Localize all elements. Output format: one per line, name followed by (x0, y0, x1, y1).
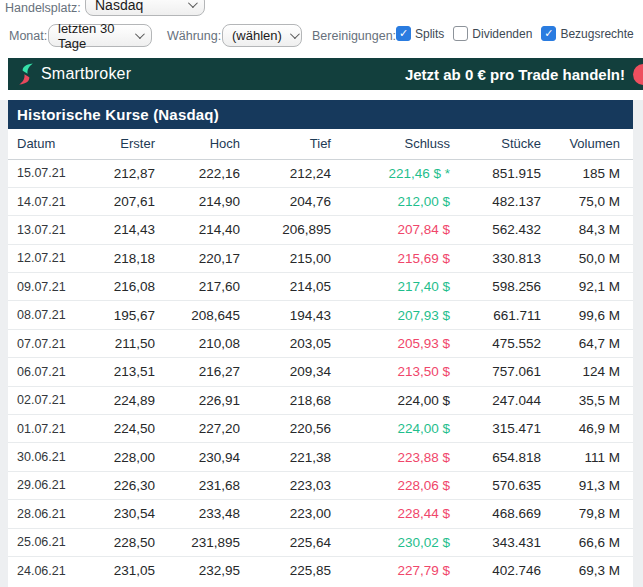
cell-schluss: 221,46 $ * (331, 159, 450, 187)
cell-erster: 216,08 (96, 273, 155, 301)
bereinigungen-checkboxes: SplitsDividendenBezugsrechte (396, 26, 634, 41)
cell-hoch: 208,645 (155, 301, 240, 329)
cell-stuecke: 247.044 (450, 386, 541, 414)
cell-tief: 225,85 (240, 556, 331, 584)
cell-schluss: 207,93 $ (331, 301, 450, 329)
cell-datum: 09.07.21 (8, 273, 96, 301)
cell-datum: 06.07.21 (8, 358, 96, 386)
cell-schluss: 224,00 $ (331, 386, 450, 414)
table-row: 01.07.21224,50227,20220,56224,00 $315.47… (8, 415, 633, 443)
cell-volumen: 46,9 M (541, 415, 633, 443)
table-row: 25.06.21228,50231,895225,64230,02 $343.4… (8, 528, 633, 556)
cell-datum: 08.07.21 (8, 301, 96, 329)
cell-hoch: 232,95 (155, 556, 240, 584)
chevron-down-icon (188, 0, 198, 8)
cell-erster: 224,50 (96, 415, 155, 443)
smartbroker-brand: Smartbroker (8, 63, 131, 85)
cell-erster: 230,54 (96, 500, 155, 528)
cell-datum: 24.06.21 (8, 556, 96, 584)
cell-hoch: 231,68 (155, 471, 240, 499)
cell-datum: 29.06.21 (8, 471, 96, 499)
cell-tief: 225,64 (240, 528, 331, 556)
page: { "filters": { "handelsplatz": {"label":… (0, 0, 643, 587)
brand-name: Smartbroker (41, 65, 131, 83)
monat-select-value: letzten 30 Tage (58, 21, 127, 51)
cell-hoch: 227,20 (155, 415, 240, 443)
monat-label: Monat: (9, 29, 47, 43)
cell-stuecke: 315.471 (450, 415, 541, 443)
handelsplatz-label: Handelsplatz: (5, 1, 81, 15)
cell-schluss: 228,44 $ (331, 500, 450, 528)
table-row: 13.07.21214,43214,40206,895207,84 $562.4… (8, 216, 633, 244)
cell-hoch: 220,17 (155, 244, 240, 272)
cell-stuecke: 661.711 (450, 301, 541, 329)
cell-schluss: 227,79 $ (331, 556, 450, 584)
cell-volumen: 185 M (541, 159, 633, 187)
cell-stuecke: 468.669 (450, 500, 541, 528)
column-header-hoch: Hoch (155, 129, 240, 159)
cell-hoch: 222,16 (155, 159, 240, 187)
cell-erster: 207,61 (96, 187, 155, 215)
cell-erster: 195,67 (96, 301, 155, 329)
cell-volumen: 84,3 M (541, 216, 633, 244)
cell-volumen: 111 M (541, 443, 633, 471)
panel-title: Historische Kurse (Nasdaq) (8, 100, 633, 129)
checkbox-dividenden[interactable] (453, 26, 468, 41)
cell-hoch: 216,27 (155, 358, 240, 386)
cell-volumen: 92,1 M (541, 273, 633, 301)
checkbox-splits[interactable] (396, 26, 411, 41)
table-row: 09.07.21216,08217,60214,05217,40 $598.25… (8, 273, 633, 301)
cell-tief: 223,03 (240, 471, 331, 499)
cell-tief: 209,34 (240, 358, 331, 386)
banner-cta-text: Jetzt ab 0 € pro Trade handeln! (405, 66, 643, 83)
cell-stuecke: 482.137 (450, 187, 541, 215)
cell-datum: 01.07.21 (8, 415, 96, 443)
column-header-tief: Tief (240, 129, 331, 159)
checkbox-group-bezugsrechte: Bezugsrechte (541, 26, 633, 41)
cell-hoch: 226,91 (155, 386, 240, 414)
cell-erster: 228,50 (96, 528, 155, 556)
waehrung-select[interactable]: (wählen) (222, 24, 302, 47)
chevron-down-icon (135, 29, 145, 39)
cell-hoch: 231,895 (155, 528, 240, 556)
column-header-datum: Datum (8, 129, 96, 159)
cell-volumen: 99,6 M (541, 301, 633, 329)
cell-tief: 215,00 (240, 244, 331, 272)
cell-volumen: 66,6 M (541, 528, 633, 556)
cell-datum: 07.07.21 (8, 329, 96, 357)
cell-stuecke: 598.256 (450, 273, 541, 301)
historical-prices-panel: Historische Kurse (Nasdaq) DatumErsterHo… (8, 100, 633, 587)
cell-tief: 214,05 (240, 273, 331, 301)
checkbox-group-dividenden: Dividenden (453, 26, 532, 41)
cell-schluss: 217,40 $ (331, 273, 450, 301)
cell-tief: 203,05 (240, 329, 331, 357)
monat-select[interactable]: letzten 30 Tage (48, 24, 152, 47)
cell-tief: 212,24 (240, 159, 331, 187)
cell-schluss: 230,02 $ (331, 528, 450, 556)
cell-volumen: 35,5 M (541, 386, 633, 414)
cell-schluss: 213,50 $ (331, 358, 450, 386)
historical-prices-table: DatumErsterHochTiefSchlussStückeVolumen … (8, 129, 633, 585)
cell-stuecke: 562.432 (450, 216, 541, 244)
table-row: 06.07.21213,51216,27209,34213,50 $757.06… (8, 358, 633, 386)
handelsplatz-select-value: Nasdaq (95, 0, 143, 13)
cell-hoch: 214,90 (155, 187, 240, 215)
table-row: 24.06.21231,05232,95225,85227,79 $402.74… (8, 556, 633, 584)
table-row: 02.07.21224,89226,91218,68224,00 $247.04… (8, 386, 633, 414)
smartbroker-ad-banner[interactable]: Smartbroker Jetzt ab 0 € pro Trade hande… (8, 58, 643, 90)
table-row: 08.07.21195,67208,645194,43207,93 $661.7… (8, 301, 633, 329)
cell-volumen: 64,7 M (541, 329, 633, 357)
cell-stuecke: 343.431 (450, 528, 541, 556)
cell-tief: 206,895 (240, 216, 331, 244)
handelsplatz-select[interactable]: Nasdaq (85, 0, 205, 16)
cell-erster: 231,05 (96, 556, 155, 584)
table-row: 28.06.21230,54233,48223,00228,44 $468.66… (8, 500, 633, 528)
cell-stuecke: 475.552 (450, 329, 541, 357)
cell-stuecke: 757.061 (450, 358, 541, 386)
table-row: 12.07.21218,18220,17215,00215,69 $330.81… (8, 244, 633, 272)
table-row: 15.07.21212,87222,16212,24221,46 $ *851.… (8, 159, 633, 187)
checkbox-bezugsrechte[interactable] (541, 26, 556, 41)
cell-hoch: 233,48 (155, 500, 240, 528)
smartbroker-logo-icon (18, 63, 34, 85)
checkbox-label-bezugsrechte: Bezugsrechte (560, 27, 633, 41)
